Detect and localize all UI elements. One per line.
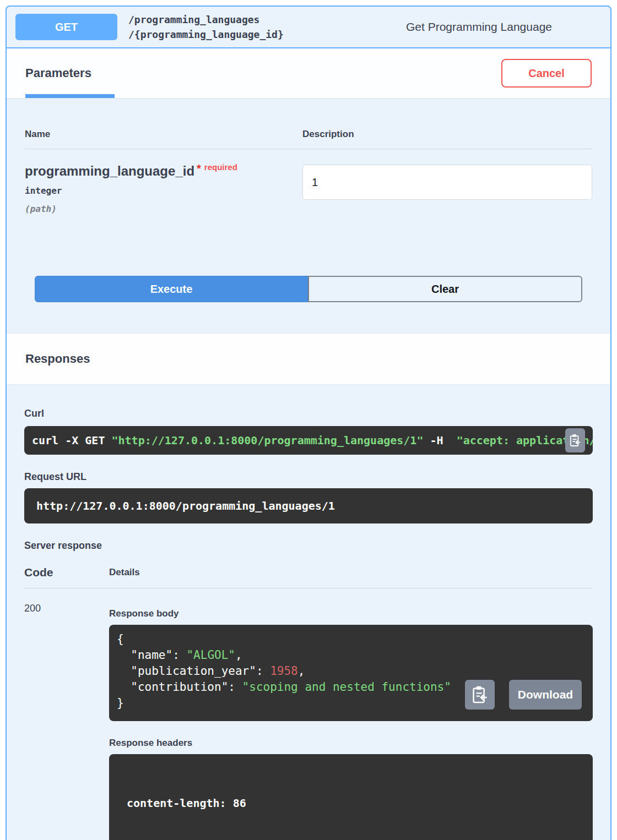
json-line-publication-year: "publication_year": 1958,: [117, 663, 585, 679]
request-url-block: http://127.0.0.1:8000/programming_langua…: [24, 488, 593, 523]
curl-label: Curl: [24, 408, 593, 419]
column-header-name: Name: [25, 129, 302, 140]
response-body-label: Response body: [109, 608, 593, 619]
operation-summary[interactable]: GET /programming_languages /{programming…: [7, 7, 610, 48]
column-header-code: Code: [24, 566, 109, 579]
responses-title: Responses: [25, 352, 90, 366]
json-line-name: "name": "ALGOL",: [117, 647, 585, 663]
clipboard-copy-icon: [472, 685, 488, 704]
column-header-description: Description: [302, 129, 592, 140]
parameter-location: (path): [25, 204, 302, 214]
responses-body: Curl curl -X GET "http://127.0.0.1:8000/…: [7, 408, 610, 840]
response-table-divider: [24, 588, 593, 588]
endpoint-path: /programming_languages /{programming_lan…: [128, 12, 284, 42]
method-badge: GET: [15, 14, 117, 40]
endpoint-path-line1: /programming_languages: [128, 12, 284, 27]
clipboard-copy-icon: [570, 434, 581, 447]
execute-button[interactable]: Execute: [35, 276, 308, 302]
parameter-name: programming_language_id: [25, 163, 194, 178]
curl-command-prefix: curl -X GET: [32, 434, 112, 447]
status-code: 200: [24, 603, 109, 840]
parameter-type: integer: [25, 186, 302, 196]
curl-url-string: "http://127.0.0.1:8000/programming_langu…: [112, 434, 424, 447]
responses-section-header: Responses: [7, 333, 610, 385]
server-response-label: Server response: [24, 540, 593, 552]
operation-title: Get Programming Language: [406, 20, 552, 34]
request-url-label: Request URL: [24, 471, 593, 483]
parameters-table-head: Name Description: [25, 129, 592, 140]
parameters-body: Name Description programming_language_id…: [7, 129, 610, 302]
response-detail: Response body { "name": "ALGOL", "public…: [109, 603, 593, 840]
active-tab-underline: [25, 94, 115, 98]
curl-command-block: curl -X GET "http://127.0.0.1:8000/progr…: [24, 426, 593, 455]
required-asterisk: *: [197, 162, 201, 174]
clear-button[interactable]: Clear: [308, 276, 582, 302]
parameter-info: programming_language_id*required integer…: [25, 162, 302, 214]
response-headers-block: content-length: 86 content-type: applica…: [109, 754, 593, 840]
response-body-block: { "name": "ALGOL", "publication_year": 1…: [109, 625, 593, 721]
download-button[interactable]: Download: [509, 680, 582, 710]
copy-response-button[interactable]: [465, 680, 495, 710]
endpoint-path-line2: /{programming_language_id}: [128, 27, 284, 42]
copy-curl-button[interactable]: [565, 428, 585, 452]
parameters-section-header: Parameters Cancel: [7, 48, 610, 98]
execute-button-group: Execute Clear: [35, 276, 582, 302]
tab-parameters[interactable]: Parameters: [25, 66, 91, 80]
response-table-head: Code Details: [24, 566, 593, 579]
header-line-content-length: content-length: 86: [127, 796, 585, 810]
json-open-brace: {: [117, 631, 585, 647]
parameter-value-cell: [302, 162, 592, 214]
column-header-details: Details: [109, 567, 593, 579]
cancel-button[interactable]: Cancel: [501, 59, 592, 88]
operation-panel: GET /programming_languages /{programming…: [6, 6, 611, 840]
response-row: 200 Response body { "name": "ALGOL", "pu…: [24, 603, 593, 840]
response-headers-label: Response headers: [109, 738, 593, 749]
parameter-value-input[interactable]: [302, 165, 592, 200]
curl-header-flag: -H: [423, 434, 456, 447]
required-label: required: [204, 162, 237, 172]
parameter-row: programming_language_id*required integer…: [25, 149, 592, 214]
